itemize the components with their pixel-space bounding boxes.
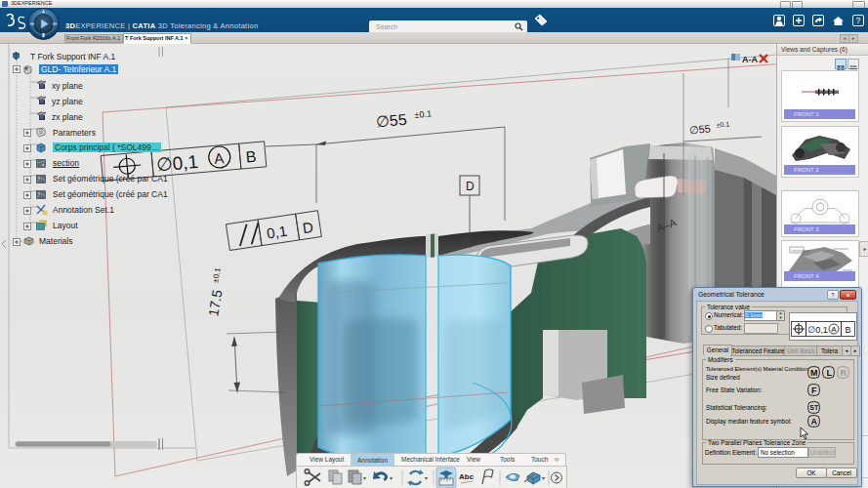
svg-text:A: A	[214, 149, 225, 167]
svg-text:A-A: A-A	[742, 55, 758, 64]
svg-text:±0.1: ±0.1	[716, 120, 729, 128]
svg-text:?: ?	[856, 16, 861, 25]
svg-text:∅55: ∅55	[688, 122, 711, 136]
svg-text:D: D	[466, 180, 475, 193]
svg-text:F: F	[811, 386, 817, 395]
svg-text:▾: ▾	[363, 475, 366, 481]
svg-text:▾: ▾	[425, 475, 428, 481]
svg-text:▾: ▾	[390, 475, 393, 481]
svg-text:B: B	[846, 325, 851, 335]
svg-text:L: L	[827, 368, 833, 378]
svg-text:M: M	[810, 368, 818, 378]
svg-text:A: A	[831, 325, 837, 334]
svg-text:Abc: Abc	[459, 472, 475, 481]
svg-text:0,1: 0,1	[266, 223, 288, 242]
svg-text:A: A	[811, 417, 818, 427]
svg-text:∅0,1: ∅0,1	[808, 325, 828, 335]
svg-text:±0.1: ±0.1	[414, 108, 432, 119]
svg-text:R: R	[841, 368, 847, 378]
svg-text:ST: ST	[809, 404, 819, 411]
svg-text:B: B	[245, 148, 257, 166]
svg-text:∅55: ∅55	[375, 111, 407, 131]
svg-text:▾: ▾	[542, 475, 545, 481]
